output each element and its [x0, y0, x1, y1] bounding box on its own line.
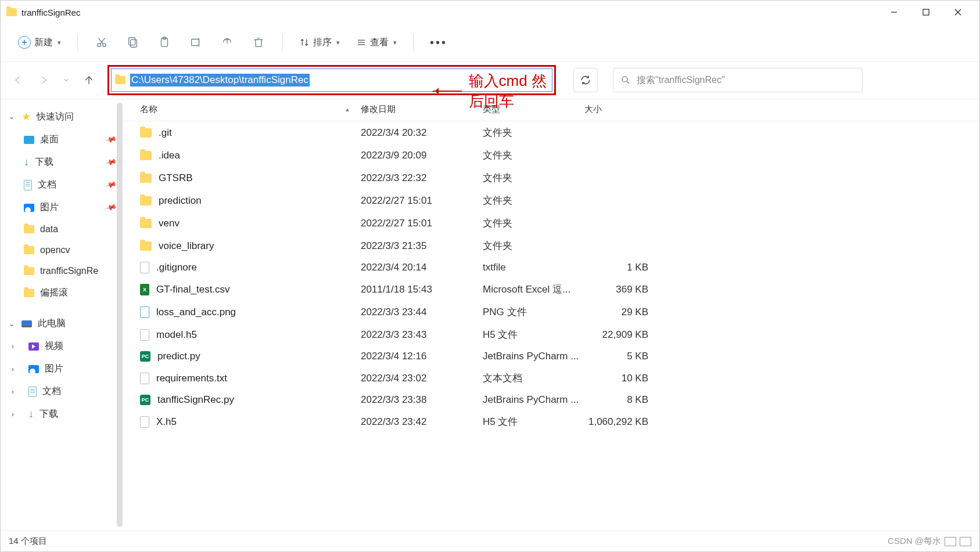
- col-date[interactable]: 修改日期: [361, 104, 483, 115]
- file-type: 文件夹: [483, 217, 584, 230]
- sidebar-this-pc[interactable]: ⌄此电脑: [1, 312, 123, 335]
- rename-button[interactable]: [182, 29, 209, 56]
- sidebar-videos[interactable]: ›视频: [1, 335, 123, 358]
- share-button[interactable]: [214, 29, 240, 56]
- paste-button[interactable]: [151, 29, 178, 56]
- thumbnails-view-button[interactable]: [960, 537, 971, 546]
- file-row[interactable]: PCpredict.py2022/3/4 12:16JetBrains PyCh…: [123, 346, 979, 367]
- item-count: 14 个项目: [9, 536, 47, 547]
- sidebar-documents[interactable]: 文档📌: [1, 174, 123, 196]
- column-headers[interactable]: 名称▲ 修改日期 类型 大小: [123, 99, 979, 121]
- address-path[interactable]: C:\Users\47382\Desktop\tranfficSignRec: [130, 74, 310, 86]
- file-row[interactable]: .idea2022/3/9 20:09文件夹: [123, 144, 979, 167]
- file-name: predict.py: [157, 351, 200, 362]
- file-date: 2011/1/18 15:43: [361, 284, 483, 295]
- file-date: 2022/3/4 23:02: [361, 373, 483, 384]
- sidebar[interactable]: ⌄★快速访问 桌面📌 ↓下载📌 文档📌 图片📌 data opencv tran…: [1, 99, 123, 531]
- plus-icon: +: [18, 36, 31, 49]
- more-button[interactable]: •••: [424, 33, 453, 53]
- file-row[interactable]: XGT-final_test.csv2011/1/18 15:43Microso…: [123, 278, 979, 301]
- video-icon: [28, 342, 39, 351]
- forward-button[interactable]: [37, 73, 51, 87]
- file-row[interactable]: loss_and_acc.png2022/3/3 23:44PNG 文件29 K…: [123, 301, 979, 323]
- view-button[interactable]: 查看 ▾: [350, 33, 403, 52]
- back-button[interactable]: [11, 73, 25, 87]
- chevron-down-icon: ▾: [393, 39, 397, 46]
- sidebar-desktop[interactable]: 桌面📌: [1, 128, 123, 151]
- desktop-icon: [24, 136, 34, 144]
- file-row[interactable]: prediction2022/2/27 15:01文件夹: [123, 189, 979, 212]
- sidebar-pictures-2[interactable]: ›图片: [1, 358, 123, 380]
- file-row[interactable]: model.h52022/3/3 23:43H5 文件22,909 KB: [123, 323, 979, 346]
- svg-rect-8: [130, 39, 137, 47]
- folder-icon: [140, 219, 152, 228]
- file-size: 1,060,292 KB: [584, 416, 648, 428]
- folder-icon: [24, 267, 34, 275]
- sidebar-pictures[interactable]: 图片📌: [1, 196, 123, 219]
- file-name: requirements.txt: [156, 373, 227, 384]
- sidebar-quick-access[interactable]: ⌄★快速访问: [1, 105, 123, 128]
- file-name: X.h5: [156, 416, 177, 428]
- file-date: 2022/3/9 20:09: [361, 150, 483, 161]
- nav-row: C:\Users\47382\Desktop\tranfficSignRec ⌄…: [1, 62, 979, 99]
- pin-icon: 📌: [105, 156, 117, 168]
- sidebar-downloads[interactable]: ↓下载📌: [1, 151, 123, 174]
- new-button[interactable]: + 新建 ▾: [12, 33, 67, 52]
- col-size[interactable]: 大小: [584, 104, 648, 115]
- chevron-down-icon[interactable]: ⌄: [533, 76, 548, 84]
- delete-button[interactable]: [245, 29, 272, 56]
- file-size: 369 KB: [584, 284, 648, 295]
- file-date: 2022/3/3 22:32: [361, 172, 483, 184]
- file-row[interactable]: .git2022/3/4 20:32文件夹: [123, 121, 979, 144]
- file-name: .gitignore: [156, 262, 197, 273]
- close-button[interactable]: [942, 1, 974, 24]
- sort-button[interactable]: 排序 ▾: [293, 33, 346, 52]
- svg-point-23: [622, 77, 627, 82]
- up-button[interactable]: [82, 73, 96, 87]
- history-dropdown[interactable]: [62, 73, 70, 87]
- cut-button[interactable]: [88, 29, 115, 56]
- col-type[interactable]: 类型: [483, 104, 584, 115]
- address-bar[interactable]: C:\Users\47382\Desktop\tranfficSignRec ⌄: [111, 68, 552, 92]
- file-list[interactable]: .git2022/3/4 20:32文件夹.idea2022/3/9 20:09…: [123, 121, 979, 531]
- folder-icon: [24, 225, 34, 233]
- file-name: loss_and_acc.png: [156, 306, 236, 318]
- sidebar-opencv[interactable]: opencv: [1, 240, 123, 261]
- maximize-button[interactable]: [910, 1, 942, 24]
- file-type: 文本文档: [483, 371, 584, 385]
- py-icon: PC: [140, 395, 150, 405]
- folder-icon: [6, 8, 17, 16]
- file-size: 22,909 KB: [584, 329, 648, 341]
- refresh-button[interactable]: [573, 68, 598, 92]
- file-name: GT-final_test.csv: [156, 284, 230, 295]
- file-row[interactable]: requirements.txt2022/3/4 23:02文本文档10 KB: [123, 367, 979, 389]
- search-box[interactable]: 搜索"tranfficSignRec": [613, 68, 863, 92]
- col-name[interactable]: 名称: [140, 104, 157, 115]
- minimize-button[interactable]: [878, 1, 910, 24]
- file-type: JetBrains PyCharm ...: [483, 351, 584, 362]
- details-view-button[interactable]: [945, 537, 956, 546]
- file-icon: [140, 262, 149, 273]
- file-date: 2022/2/27 15:01: [361, 218, 483, 229]
- view-icon: [356, 37, 367, 48]
- titlebar[interactable]: tranfficSignRec: [1, 1, 979, 24]
- chevron-down-icon: ▾: [58, 39, 61, 46]
- file-date: 2022/3/3 23:38: [361, 394, 483, 406]
- file-row[interactable]: venv2022/2/27 15:01文件夹: [123, 212, 979, 234]
- file-icon: [140, 416, 149, 428]
- sidebar-data[interactable]: data: [1, 219, 123, 240]
- copy-button[interactable]: [120, 29, 146, 56]
- file-row[interactable]: .gitignore2022/3/4 20:14txtfile1 KB: [123, 257, 979, 278]
- sort-asc-icon: ▲: [344, 106, 350, 113]
- pin-icon: 📌: [105, 201, 117, 214]
- sidebar-downloads-2[interactable]: ›↓下载: [1, 403, 123, 425]
- document-icon: [24, 180, 32, 190]
- sidebar-documents-2[interactable]: ›文档: [1, 380, 123, 403]
- sidebar-tranffic[interactable]: tranfficSignRe: [1, 261, 123, 282]
- file-row[interactable]: voice_library2022/3/3 21:35文件夹: [123, 234, 979, 257]
- file-row[interactable]: X.h52022/3/3 23:42H5 文件1,060,292 KB: [123, 410, 979, 433]
- sidebar-music[interactable]: 偏摇滚: [1, 282, 123, 304]
- file-row[interactable]: PCtanfficSignRec.py2022/3/3 23:38JetBrai…: [123, 389, 979, 410]
- file-name: model.h5: [156, 329, 197, 341]
- file-row[interactable]: GTSRB2022/3/3 22:32文件夹: [123, 167, 979, 189]
